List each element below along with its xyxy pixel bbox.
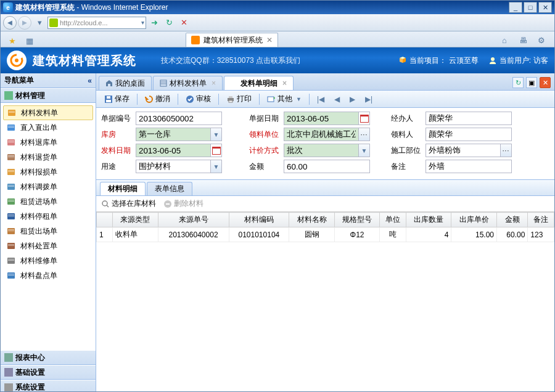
sidebar-item-2[interactable]: 材料退库单 <box>1 135 96 150</box>
sidebar-section-basic[interactable]: 基础设置 <box>1 365 96 380</box>
sidebar-section-system[interactable]: 系统设置 <box>1 380 96 392</box>
warehouse-field[interactable] <box>136 128 211 141</box>
amount-field[interactable] <box>284 160 370 173</box>
sidebar-item-5[interactable]: 材料调拨单 <box>1 179 96 194</box>
grid-header-6[interactable]: 单位 <box>380 213 406 227</box>
sidebar-item-1[interactable]: 直入直出单 <box>1 120 96 135</box>
close-window-button[interactable]: ✕ <box>538 2 552 13</box>
table-row[interactable]: 1收料单2013060400020101010104圆钢Φ12吨415.0060… <box>97 227 554 242</box>
svg-point-49 <box>102 201 107 206</box>
grid-header-5[interactable]: 规格型号 <box>334 213 380 227</box>
go-button[interactable]: ➜ <box>147 16 161 30</box>
grid-header-0[interactable] <box>97 213 113 227</box>
send-date-picker[interactable] <box>211 144 222 157</box>
tab-form-info[interactable]: 表单信息 <box>147 182 192 195</box>
dept-label: 施工部位 <box>391 145 426 156</box>
grid-header-3[interactable]: 材料编码 <box>229 213 289 227</box>
send-date-field[interactable] <box>136 144 211 157</box>
delete-material-button[interactable]: 删除材料 <box>163 198 204 209</box>
grid-header-1[interactable]: 来源类型 <box>113 213 158 227</box>
prev-record-button[interactable]: ◀ <box>330 92 344 106</box>
bill-date-picker[interactable] <box>359 112 370 125</box>
warehouse-dropdown[interactable]: ▼ <box>211 128 222 141</box>
calc-method-dropdown[interactable]: ▼ <box>359 144 370 157</box>
grid-header-8[interactable]: 出库单价 <box>451 213 497 227</box>
back-button[interactable]: ◄ <box>3 16 17 30</box>
grid-header-7[interactable]: 出库数量 <box>406 213 451 227</box>
grid-header-9[interactable]: 金额 <box>497 213 528 227</box>
tab-close-icon[interactable]: × <box>282 79 287 88</box>
grid-header-10[interactable]: 备注 <box>528 213 554 227</box>
new-window-button[interactable]: ▣ <box>526 77 537 88</box>
recv-unit-field[interactable] <box>284 128 359 141</box>
sidebar-item-9[interactable]: 材料处置单 <box>1 239 96 253</box>
select-stock-button[interactable]: 选择在库材料 <box>101 198 156 209</box>
refresh-button[interactable]: ↻ <box>162 16 176 30</box>
sidebar-item-icon <box>7 182 17 191</box>
sidebar-section-material[interactable]: 材料管理 <box>1 88 96 103</box>
bill-no-field[interactable] <box>136 112 222 125</box>
usage-field[interactable] <box>136 160 211 173</box>
current-user[interactable]: 当前用户:访客 <box>488 55 548 66</box>
dept-field[interactable] <box>426 144 501 157</box>
tab-material-detail[interactable]: 材料明细 <box>100 182 146 195</box>
next-record-button[interactable]: ▶ <box>345 92 360 106</box>
handler-field[interactable] <box>426 112 512 125</box>
grid-header-2[interactable]: 来源单号 <box>158 213 229 227</box>
current-project[interactable]: 当前项目：云顶至尊 <box>398 55 479 66</box>
feeds-icon[interactable]: ▦ <box>23 34 36 47</box>
dropdown-history[interactable]: ▾ <box>33 16 46 30</box>
sidebar-item-icon <box>7 256 17 265</box>
recv-person-field[interactable] <box>426 128 512 141</box>
last-record-button[interactable]: ▶| <box>361 92 377 106</box>
save-button[interactable]: 保存 <box>100 92 134 106</box>
ie-tab-close[interactable]: ✕ <box>266 36 273 44</box>
favorites-icon[interactable]: ★ <box>6 34 19 47</box>
print-button[interactable]: 打印 <box>222 92 256 106</box>
sidebar-item-7[interactable]: 材料停租单 <box>1 209 96 224</box>
sidebar-section-report[interactable]: 报表中心 <box>1 350 96 365</box>
ie-tab[interactable]: 建筑材料管理系统 ✕ <box>186 33 278 47</box>
sidebar-item-8[interactable]: 租赁出场单 <box>1 224 96 239</box>
qq-group-info[interactable]: 技术交流QQ群：328510073 点击联系我们 <box>161 55 300 66</box>
address-bar[interactable]: http://zcloud.e... ▾ <box>47 17 146 29</box>
dept-lookup[interactable]: ··· <box>501 144 512 157</box>
minimize-button[interactable]: _ <box>509 2 522 13</box>
tab-close-icon[interactable]: × <box>212 79 216 88</box>
tab-label: 材料发料单 <box>170 78 207 89</box>
remark-field[interactable] <box>426 160 512 173</box>
material-grid: 来源类型来源单号材料编码材料名称规格型号单位出库数量出库单价金额备注1收料单20… <box>96 212 554 392</box>
tools-icon[interactable]: ⚙ <box>535 33 548 47</box>
print-menu-icon[interactable]: 🖶 <box>516 33 530 47</box>
audit-button[interactable]: 审核 <box>181 92 215 106</box>
collapse-sidebar-icon[interactable]: « <box>88 76 92 85</box>
refresh-tab-button[interactable]: ↻ <box>512 77 524 88</box>
content-tab-0[interactable]: 我的桌面 <box>99 76 152 90</box>
sidebar-item-4[interactable]: 材料报损单 <box>1 165 96 179</box>
home-icon[interactable]: ⌂ <box>498 33 511 47</box>
usage-dropdown[interactable]: ▼ <box>211 160 222 173</box>
sidebar-item-10[interactable]: 材料维修单 <box>1 253 96 268</box>
sidebar-item-6[interactable]: 租赁进场单 <box>1 194 96 209</box>
svg-rect-30 <box>8 244 14 245</box>
first-record-button[interactable]: |◀ <box>313 92 329 106</box>
content-tab-2[interactable]: 发料单明细× <box>224 76 294 90</box>
sidebar-item-0[interactable]: 材料发料单 <box>3 105 93 120</box>
calc-method-field[interactable] <box>284 144 359 157</box>
svg-rect-4 <box>9 112 15 113</box>
close-all-button[interactable]: ✕ <box>540 77 551 88</box>
grid-header-4[interactable]: 材料名称 <box>289 213 335 227</box>
sidebar-item-11[interactable]: 材料盘点单 <box>1 268 96 283</box>
sidebar-item-3[interactable]: 材料退货单 <box>1 150 96 165</box>
recv-unit-lookup[interactable]: ··· <box>359 128 370 141</box>
stop-button[interactable]: ✕ <box>177 16 191 30</box>
sidebar-item-label: 材料报损单 <box>20 167 57 178</box>
svg-rect-10 <box>8 142 14 142</box>
content-tab-1[interactable]: 材料发料单× <box>153 76 223 90</box>
other-button[interactable]: 其他▼ <box>263 92 306 106</box>
forward-button[interactable]: ► <box>18 16 31 30</box>
bill-date-field[interactable] <box>284 112 359 125</box>
cancel-button[interactable]: 撤消 <box>141 92 175 106</box>
maximize-button[interactable]: □ <box>524 2 537 13</box>
tab-icon <box>231 80 238 87</box>
